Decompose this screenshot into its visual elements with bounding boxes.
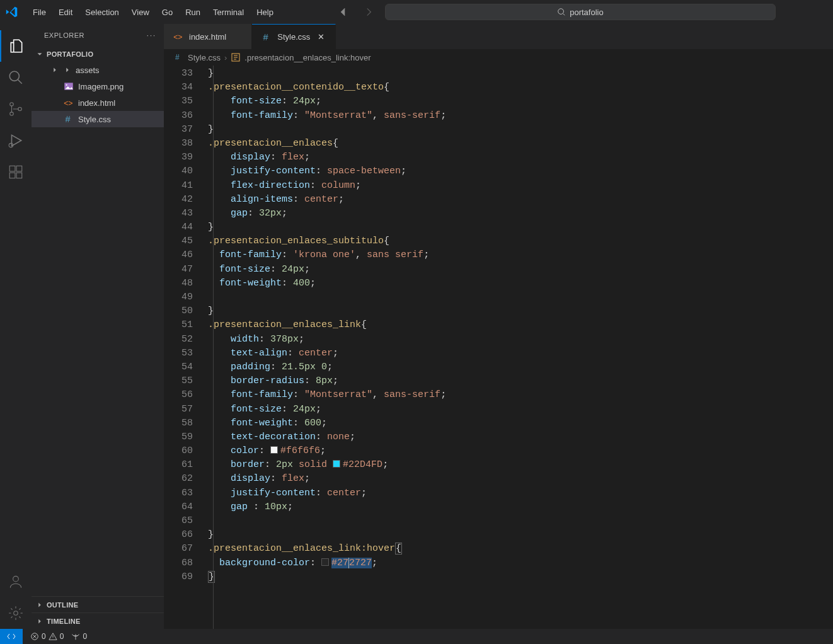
- svg-point-4: [18, 107, 21, 110]
- activity-extensions[interactable]: [0, 156, 32, 188]
- nav-back-icon[interactable]: [335, 3, 352, 21]
- svg-point-11: [14, 611, 18, 616]
- menu-help[interactable]: Help: [250, 5, 280, 20]
- svg-point-0: [558, 9, 564, 14]
- sidebar: EXPLORER ··· PORTAFOLIO assetsImagem.png…: [32, 24, 164, 629]
- code-editor[interactable]: 3334353637383940414243444546474849505152…: [164, 66, 833, 629]
- close-icon[interactable]: ✕: [315, 32, 326, 43]
- svg-rect-9: [16, 173, 22, 178]
- editor-tabs: <>index.html✕#Style.css✕: [164, 24, 833, 49]
- breadcrumb-symbol: .presentacion__enlaces_link:hover: [244, 53, 371, 62]
- svg-point-13: [66, 84, 67, 86]
- svg-text:#: #: [263, 32, 269, 42]
- search-text: portafolio: [570, 8, 603, 17]
- outline-section[interactable]: OUTLINE: [32, 596, 164, 612]
- svg-point-3: [10, 112, 13, 115]
- warning-icon: [49, 632, 57, 641]
- search-icon: [557, 8, 566, 16]
- menu-selection[interactable]: Selection: [79, 5, 125, 20]
- more-icon[interactable]: ···: [147, 32, 156, 39]
- tree-item-index.html[interactable]: <>index.html: [32, 95, 164, 111]
- breadcrumb-file: Style.css: [188, 53, 221, 62]
- svg-point-1: [9, 71, 19, 81]
- folder-label: PORTAFOLIO: [47, 50, 93, 58]
- menu-terminal[interactable]: Terminal: [207, 5, 250, 20]
- menu-view[interactable]: View: [125, 5, 156, 20]
- ports-count: 0: [83, 632, 87, 641]
- svg-rect-6: [9, 166, 15, 171]
- menu-edit[interactable]: Edit: [52, 5, 79, 20]
- tab-Style.css[interactable]: #Style.css✕: [252, 24, 336, 49]
- ports-status[interactable]: 0: [67, 632, 91, 641]
- tree-item-Imagem.png[interactable]: Imagem.png: [32, 78, 164, 95]
- activity-scm[interactable]: [0, 93, 32, 125]
- folder-root[interactable]: PORTAFOLIO: [32, 47, 164, 62]
- nav-forward-icon: [360, 3, 377, 21]
- chevron-right-icon: [35, 601, 44, 609]
- activity-search[interactable]: [0, 62, 32, 93]
- chevron-down-icon: [35, 50, 44, 59]
- svg-text:#: #: [65, 114, 71, 124]
- tab-index.html[interactable]: <>index.html✕: [164, 24, 252, 49]
- activity-settings[interactable]: [0, 597, 32, 629]
- tree-item-Style.css[interactable]: #Style.css: [32, 111, 164, 127]
- vscode-logo-icon: [5, 5, 19, 19]
- svg-rect-7: [16, 166, 22, 171]
- command-center-search[interactable]: portafolio: [385, 4, 776, 20]
- css-file-icon: #: [174, 52, 184, 62]
- error-icon: [30, 632, 39, 641]
- timeline-section[interactable]: TIMELINE: [32, 612, 164, 629]
- menu-go[interactable]: Go: [156, 5, 179, 20]
- errors-status[interactable]: 0 0: [26, 632, 67, 641]
- svg-rect-8: [9, 173, 15, 178]
- svg-text:#: #: [175, 53, 180, 62]
- breadcrumb[interactable]: # Style.css › .presentacion__enlaces_lin…: [164, 49, 833, 66]
- menu-file[interactable]: File: [26, 5, 52, 20]
- tree-item-assets[interactable]: assets: [32, 62, 164, 78]
- errors-count: 0: [42, 632, 46, 641]
- activity-bar: [0, 24, 32, 629]
- menu-run[interactable]: Run: [179, 5, 207, 20]
- chevron-right-icon: [35, 617, 44, 626]
- svg-point-2: [10, 103, 13, 106]
- activity-explorer[interactable]: [0, 30, 32, 62]
- status-bar: 0 0 0: [0, 629, 833, 644]
- antenna-icon: [71, 632, 80, 641]
- activity-debug[interactable]: [0, 125, 32, 156]
- symbol-icon: [231, 52, 241, 62]
- warnings-count: 0: [60, 632, 64, 641]
- sidebar-title: EXPLORER: [44, 32, 84, 39]
- svg-text:<>: <>: [64, 99, 72, 108]
- section-label: OUTLINE: [47, 601, 78, 609]
- svg-point-10: [13, 576, 19, 582]
- svg-text:<>: <>: [173, 33, 182, 42]
- section-label: TIMELINE: [47, 618, 81, 625]
- activity-account[interactable]: [0, 566, 32, 597]
- remote-button[interactable]: [0, 629, 23, 644]
